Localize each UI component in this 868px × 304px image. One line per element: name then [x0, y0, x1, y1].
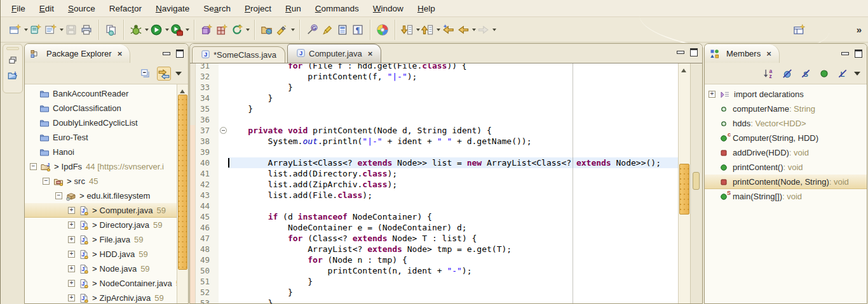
- code-line-50[interactable]: 50 printContent(n, ident + "-");: [196, 265, 678, 276]
- package-explorer-scrollbar[interactable]: [177, 84, 188, 303]
- expand-icon[interactable]: +: [709, 91, 715, 98]
- collapse-icon[interactable]: −: [43, 178, 50, 185]
- expand-icon[interactable]: +: [68, 265, 75, 272]
- collapse-all-button[interactable]: [139, 67, 153, 81]
- code-line-48[interactable]: 48 ArrayList<? extends Node> tmp = e.get…: [196, 244, 678, 254]
- hide-fields-button[interactable]: [780, 67, 794, 81]
- view-menu-icon[interactable]: [854, 72, 860, 79]
- tree-item-src[interactable]: −>src45: [25, 174, 177, 188]
- previous-annotation-button[interactable]: [420, 22, 435, 37]
- tree-item-ziparchiv-java[interactable]: +J>ZipArchiv.java59: [25, 291, 177, 303]
- toolbar-overflow-chevron[interactable]: »: [857, 24, 862, 35]
- scrollbar-thumb[interactable]: [679, 164, 689, 215]
- debug-button[interactable]: [128, 22, 144, 37]
- code-text[interactable]: if (d instanceof NodeContainer) {: [228, 211, 678, 222]
- open-perspective-button[interactable]: [792, 22, 807, 37]
- close-icon[interactable]: ×: [368, 50, 373, 58]
- code-line-40[interactable]: 40 ArrayList<Class<? extends Node>> list…: [196, 157, 678, 168]
- search-dropdown-icon[interactable]: [291, 29, 295, 33]
- code-line-36[interactable]: 36: [196, 114, 678, 125]
- code-line-44[interactable]: 44: [196, 201, 678, 211]
- expand-icon[interactable]: +: [68, 251, 75, 258]
- expand-icon[interactable]: +: [68, 294, 75, 301]
- code-text[interactable]: for (Node n : tmp) {: [228, 254, 678, 265]
- code-text[interactable]: list.add(ZipArchiv.class);: [228, 179, 678, 190]
- view-menu-icon[interactable]: [175, 72, 182, 79]
- code-text[interactable]: ArrayList<? extends Node> tmp = e.get(T)…: [228, 244, 678, 254]
- color-palette-button[interactable]: [375, 22, 390, 37]
- tree-item-directory-java[interactable]: +J>Directory.java59: [25, 218, 177, 232]
- next-annotation-button[interactable]: [400, 22, 415, 37]
- package-explorer-tab[interactable]: Package Explorer ×: [25, 44, 130, 63]
- member-item-computer-string-hdd-[interactable]: cComputer(String, HDD): [705, 131, 867, 145]
- tree-item-hdd-java[interactable]: +J>HDD.java59: [25, 247, 177, 261]
- editor-tab--someclass-java[interactable]: J*SomeClass.java: [192, 46, 285, 63]
- scrollbar-thumb[interactable]: [178, 95, 187, 270]
- code-text[interactable]: [228, 114, 678, 125]
- fast-view-handle[interactable]: [6, 47, 19, 50]
- link-with-editor-button[interactable]: [157, 67, 171, 81]
- minimize-button[interactable]: [677, 51, 684, 54]
- minimize-button[interactable]: [841, 52, 849, 55]
- back-history-button[interactable]: [456, 22, 471, 37]
- member-item-main-string-[interactable]: Smain(String[]) : void: [705, 189, 867, 204]
- tree-item-colorclassification[interactable]: ColorClassification: [25, 101, 177, 116]
- code-text[interactable]: }: [228, 276, 678, 287]
- code-text[interactable]: }: [228, 93, 678, 103]
- code-line-33[interactable]: 33 }: [196, 82, 678, 93]
- code-line-41[interactable]: 41 list.add(Directory.class);: [196, 168, 678, 179]
- menu-refactor[interactable]: Refactor: [102, 2, 149, 15]
- close-icon[interactable]: ×: [118, 50, 123, 58]
- member-item-import-declarations[interactable]: +import declarations: [705, 87, 867, 102]
- members-tab[interactable]: Members ×: [705, 44, 780, 63]
- collapse-icon[interactable]: −: [55, 192, 62, 199]
- code-line-31[interactable]: 31 for (File f : hdd.get(File.class)) {: [196, 63, 678, 71]
- code-text[interactable]: }: [228, 82, 678, 93]
- copy-element-button[interactable]: [104, 22, 119, 37]
- editor-scrollbar[interactable]: [678, 63, 690, 303]
- code-line-37[interactable]: 37 private void printContent(Node d, Str…: [196, 125, 678, 136]
- code-text[interactable]: }: [228, 287, 678, 298]
- code-line-45[interactable]: 45 if (d instanceof NodeContainer) {: [196, 211, 678, 222]
- code-text[interactable]: for (File f : hdd.get(File.class)) {: [228, 63, 678, 71]
- expand-icon[interactable]: +: [68, 207, 75, 214]
- code-line-43[interactable]: 43 list.add(File.class);: [196, 190, 678, 201]
- editor-tab-computer-java[interactable]: JComputer.java×: [287, 44, 381, 63]
- menu-search[interactable]: Search: [196, 2, 238, 15]
- expand-icon[interactable]: +: [68, 280, 75, 287]
- code-line-42[interactable]: 42 list.add(ZipArchiv.class);: [196, 179, 678, 190]
- code-text[interactable]: [228, 147, 678, 157]
- forward-history-dropdown-icon[interactable]: [492, 29, 496, 33]
- menu-source[interactable]: Source: [61, 2, 102, 15]
- minimize-button[interactable]: [163, 52, 170, 55]
- new-view-button[interactable]: [43, 22, 58, 37]
- code-line-39[interactable]: 39: [196, 147, 678, 157]
- code-line-51[interactable]: 51 }: [196, 276, 678, 287]
- show-non-public-button[interactable]: [817, 67, 831, 81]
- hide-static-members-button[interactable]: S: [799, 67, 813, 81]
- member-item-computername[interactable]: computerName : String: [705, 102, 867, 116]
- tree-item-ipdfs[interactable]: −J>IpdFs44 [https://svnserver.i: [25, 159, 177, 174]
- code-area[interactable]: 31 for (File f : hdd.get(File.class)) {3…: [196, 63, 678, 303]
- code-text[interactable]: }: [228, 298, 678, 303]
- code-line-34[interactable]: 34 }: [196, 93, 678, 103]
- new-package-button[interactable]: [214, 22, 229, 37]
- code-line-47[interactable]: 47 for (Class<? extends Node> T : list) …: [196, 233, 678, 244]
- tree-item-bankaccountreader[interactable]: BankAccountReader: [25, 86, 177, 101]
- code-text[interactable]: printContent(n, ident + "-");: [228, 265, 678, 276]
- code-line-38[interactable]: 38 System.out.println("|-" + ident + " "…: [196, 136, 678, 147]
- code-text[interactable]: }: [228, 103, 678, 114]
- print-button[interactable]: [79, 22, 94, 37]
- fold-ruler[interactable]: [219, 125, 228, 136]
- code-text[interactable]: NodeContainer e = (NodeContainer) d;: [228, 222, 678, 233]
- code-text[interactable]: [228, 201, 678, 211]
- member-item-adddrive-hdd-[interactable]: addDrive(HDD) : void: [705, 145, 867, 160]
- menu-window[interactable]: Window: [366, 2, 410, 15]
- code-line-49[interactable]: 49 for (Node n : tmp) {: [196, 254, 678, 265]
- refresh-new-button[interactable]: [229, 22, 245, 37]
- code-line-35[interactable]: 35 }: [196, 103, 678, 114]
- scroll-up-icon[interactable]: [681, 66, 686, 72]
- menu-edit[interactable]: Edit: [32, 2, 61, 15]
- code-text[interactable]: printContent(f, "|-");: [228, 71, 678, 82]
- hide-local-types-button[interactable]: L: [836, 67, 850, 81]
